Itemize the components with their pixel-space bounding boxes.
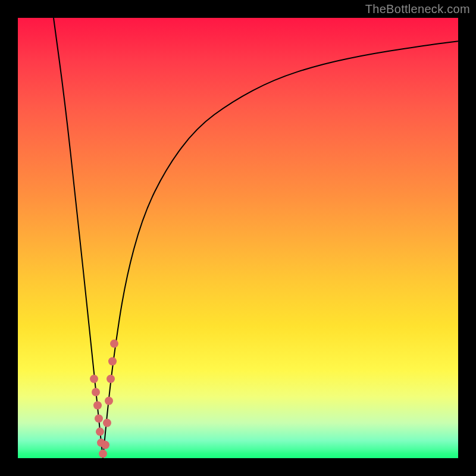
watermark-text: TheBottleneck.com bbox=[365, 2, 470, 16]
marker-point bbox=[101, 441, 109, 449]
marker-point bbox=[103, 419, 111, 427]
marker-point bbox=[93, 401, 102, 409]
marker-point bbox=[99, 450, 107, 458]
plot-area bbox=[18, 18, 458, 458]
curve-layer bbox=[18, 18, 458, 458]
marker-point bbox=[96, 428, 104, 436]
marker-point bbox=[95, 414, 103, 422]
marker-point bbox=[110, 340, 118, 348]
marker-point bbox=[92, 388, 100, 396]
chart-frame: TheBottleneck.com bbox=[0, 0, 476, 476]
marker-point bbox=[107, 375, 115, 383]
curve-gpu-limited bbox=[103, 41, 458, 458]
marker-point bbox=[90, 375, 98, 383]
marker-point bbox=[105, 397, 113, 405]
marker-point bbox=[108, 357, 117, 365]
